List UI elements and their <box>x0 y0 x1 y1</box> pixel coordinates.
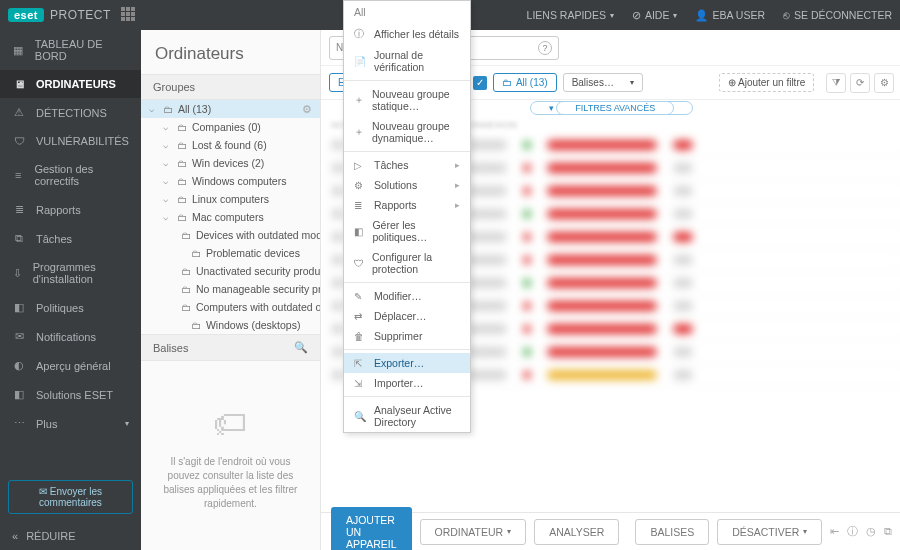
folder-icon: 🗀 <box>177 211 188 223</box>
advanced-filters-button[interactable]: ▾ FILTRES AVANCÉS <box>530 101 694 115</box>
tags-empty-state: 🏷 Il s'agit de l'endroit où vous pouvez … <box>141 361 320 550</box>
add-device-button[interactable]: AJOUTER UN APPAREIL <box>331 507 412 551</box>
menu-item[interactable]: ⇄Déplacer… <box>344 306 470 326</box>
menu-item[interactable]: 🔍Analyseur Active Directory <box>344 400 470 432</box>
menu-item[interactable]: ▷Tâches▸ <box>344 155 470 175</box>
folder-icon: 🗀 <box>177 175 188 187</box>
filter-tags[interactable]: Balises…▾ <box>563 73 643 92</box>
app-switcher-icon[interactable] <box>121 7 137 23</box>
nav-icon: ◧ <box>12 301 26 314</box>
subgroups-checkbox[interactable]: ✓ <box>473 76 487 90</box>
nav-item-7[interactable]: ⇩Programmes d'installation <box>0 253 141 293</box>
info-icon[interactable]: ⓘ <box>847 525 858 539</box>
tree-node[interactable]: 🗀Problematic devices <box>141 244 320 262</box>
nav-item-8[interactable]: ◧Politiques <box>0 293 141 322</box>
folder-icon: 🗀 <box>181 229 192 241</box>
nav-item-11[interactable]: ◧Solutions ESET <box>0 380 141 409</box>
folder-icon: 🗀 <box>177 121 188 133</box>
menu-item[interactable]: ⚙Solutions▸ <box>344 175 470 195</box>
search-icon[interactable]: 🔍 <box>294 341 308 354</box>
tree-node[interactable]: ⌵🗀Linux computers <box>141 190 320 208</box>
clock-icon[interactable]: ◷ <box>866 525 876 539</box>
tree-node[interactable]: ⌵🗀Windows computers <box>141 172 320 190</box>
collapse-sidebar-button[interactable]: «RÉDUIRE <box>0 522 141 550</box>
filter-icon[interactable]: ⧩ <box>826 73 846 93</box>
share-icon[interactable]: ⧉ <box>884 525 892 539</box>
groups-section-header: Groupes <box>141 74 320 100</box>
menu-item[interactable]: ⇲Importer… <box>344 373 470 393</box>
nav-item-3[interactable]: 🛡VULNÉRABILITÉS <box>0 127 141 155</box>
tags-icon: 🏷 <box>213 400 247 448</box>
menu-item[interactable]: ⓘAfficher les détails <box>344 23 470 45</box>
tree-node[interactable]: 🗀Computers with outdated operating s… <box>141 298 320 316</box>
nav-icon: ◐ <box>12 359 26 372</box>
help-icon[interactable]: ? <box>538 41 552 55</box>
add-filter-button[interactable]: ⊕ Ajouter un filtre <box>719 73 815 92</box>
folder-icon: 🗀 <box>191 247 202 259</box>
menu-item[interactable]: ＋Nouveau groupe statique… <box>344 84 470 116</box>
groups-tree: ⌵🗀All (13)⚙⌵🗀Companies (0)⌵🗀Lost & found… <box>141 100 320 334</box>
context-menu[interactable]: All ⓘAfficher les détails📄Journal de vér… <box>343 0 471 433</box>
nav-item-4[interactable]: ≡Gestion des correctifs <box>0 155 141 195</box>
gear-icon[interactable]: ⚙ <box>302 103 312 115</box>
tree-node[interactable]: 🗀No manageable security product <box>141 280 320 298</box>
nav-icon: 🛡 <box>12 135 26 147</box>
sidebar-nav: ▦TABLEAU DE BORD🖥ORDINATEURS⚠DÉTECTIONS🛡… <box>0 30 141 550</box>
menu-item[interactable]: 📄Journal de vérification <box>344 45 470 77</box>
computer-menu-button[interactable]: ORDINATEUR▾ <box>420 519 527 545</box>
tree-node[interactable]: 🗀Devices with outdated modules <box>141 226 320 244</box>
nav-icon: 🖥 <box>12 78 26 90</box>
menu-item[interactable]: ＋Nouveau groupe dynamique… <box>344 116 470 148</box>
quick-links-menu[interactable]: LIENS RAPIDES▾ <box>527 9 614 21</box>
nav-item-0[interactable]: ▦TABLEAU DE BORD <box>0 30 141 70</box>
tree-node[interactable]: ⌵🗀Mac computers <box>141 208 320 226</box>
feedback-button[interactable]: ✉ Envoyer les commentaires <box>8 480 133 514</box>
analyze-button[interactable]: ANALYSER <box>534 519 619 545</box>
tags-button[interactable]: BALISES <box>635 519 709 545</box>
nav-item-9[interactable]: ✉Notifications <box>0 322 141 351</box>
disable-menu-button[interactable]: DÉSACTIVER▾ <box>717 519 822 545</box>
nav-icon: ◧ <box>12 388 26 401</box>
nav-item-10[interactable]: ◐Aperçu général <box>0 351 141 380</box>
nav-icon: ⧉ <box>12 232 26 245</box>
nav-item-5[interactable]: ≣Rapports <box>0 195 141 224</box>
brand: eset PROTECT <box>8 8 111 22</box>
filter-group-all[interactable]: 🗀All (13) <box>493 73 557 92</box>
menu-item[interactable]: ≣Rapports▸ <box>344 195 470 215</box>
nav-item-2[interactable]: ⚠DÉTECTIONS <box>0 98 141 127</box>
nav-item-12[interactable]: ⋯Plus▾ <box>0 409 141 438</box>
menu-item[interactable]: ⇱Exporter… <box>344 353 470 373</box>
nav-icon: ⇩ <box>12 267 23 280</box>
tree-node[interactable]: ⌵🗀Lost & found (6) <box>141 136 320 154</box>
nav-icon: ≣ <box>12 203 26 216</box>
first-page-icon[interactable]: ⇤ <box>830 525 839 539</box>
action-footer: AJOUTER UN APPAREIL ORDINATEUR▾ ANALYSER… <box>321 512 900 550</box>
context-menu-header: All <box>344 1 470 23</box>
menu-item[interactable]: 🗑Supprimer <box>344 326 470 346</box>
refresh-icon[interactable]: ⟳ <box>850 73 870 93</box>
nav-item-1[interactable]: 🖥ORDINATEURS <box>0 70 141 98</box>
folder-icon: 🗀 <box>191 319 202 331</box>
menu-item[interactable]: ✎Modifier… <box>344 286 470 306</box>
logout-button[interactable]: ⎋SE DÉCONNECTER <box>783 9 892 21</box>
folder-icon: 🗀 <box>177 139 188 151</box>
brand-eset: eset <box>8 8 44 22</box>
nav-icon: ✉ <box>12 330 26 343</box>
settings-icon[interactable]: ⚙ <box>874 73 894 93</box>
folder-icon: 🗀 <box>163 103 174 115</box>
nav-icon: ⚠ <box>12 106 26 119</box>
menu-item[interactable]: ◧Gérer les politiques… <box>344 215 470 247</box>
brand-protect: PROTECT <box>50 8 111 22</box>
tree-node[interactable]: 🗀Windows (desktops) <box>141 316 320 334</box>
tree-node[interactable]: ⌵🗀Win devices (2) <box>141 154 320 172</box>
tree-node[interactable]: 🗀Unactivated security product <box>141 262 320 280</box>
user-menu[interactable]: 👤EBA USER <box>695 9 765 22</box>
help-menu[interactable]: ⊘AIDE▾ <box>632 9 678 21</box>
nav-item-6[interactable]: ⧉Tâches <box>0 224 141 253</box>
tree-node[interactable]: ⌵🗀All (13)⚙ <box>141 100 320 118</box>
tags-section-header: Balises🔍 <box>141 334 320 361</box>
groups-panel: Ordinateurs Groupes ⌵🗀All (13)⚙⌵🗀Compani… <box>141 30 321 550</box>
menu-item[interactable]: 🛡Configurer la protection <box>344 247 470 279</box>
folder-icon: 🗀 <box>181 283 192 295</box>
tree-node[interactable]: ⌵🗀Companies (0) <box>141 118 320 136</box>
